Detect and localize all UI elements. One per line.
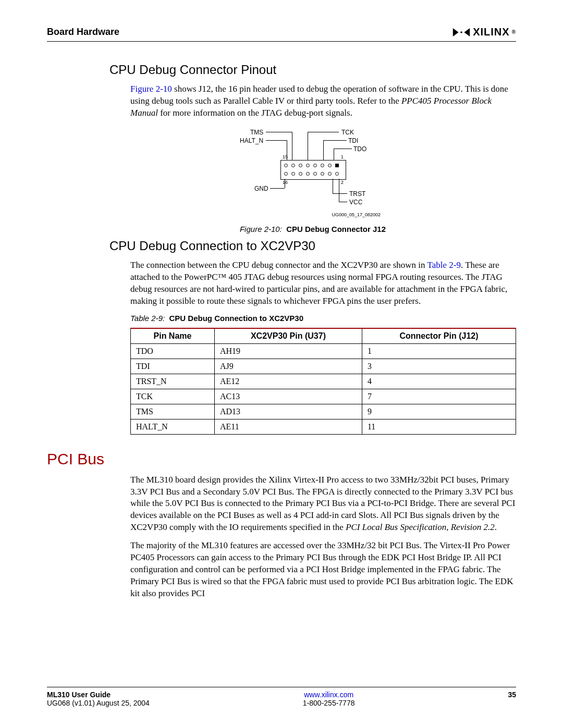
table-cell: TCK <box>131 389 215 404</box>
col-pin-name: Pin Name <box>131 328 215 344</box>
col-xc2vp30-pin: XC2VP30 Pin (U37) <box>214 328 362 344</box>
table-cell: AE12 <box>214 374 362 389</box>
signal-tdo: TDO <box>353 145 366 153</box>
table-row: TDOAH191 <box>131 343 516 359</box>
signal-gnd: GND <box>254 185 268 192</box>
table-row: TRST_NAE124 <box>131 374 516 389</box>
table-cell: TDO <box>131 343 215 359</box>
page-footer: ML310 User Guide UG068 (v1.01) August 25… <box>47 687 516 707</box>
xilinx-logo: XILINX® <box>452 26 516 38</box>
paragraph: The ML310 board design provides the Xili… <box>130 474 516 534</box>
signal-tms: TMS <box>250 129 263 136</box>
table-cell: AJ9 <box>214 359 362 374</box>
xilinx-logo-icon <box>452 27 471 38</box>
table-cell: AH19 <box>214 343 362 359</box>
pin-2-label: 2 <box>341 180 344 185</box>
heading-cpu-debug-pinout: CPU Debug Connector Pinout <box>109 63 516 77</box>
footer-phone: 1-800-255-7778 <box>303 699 355 707</box>
paragraph: Figure 2-10 shows J12, the 16 pin header… <box>130 83 516 119</box>
diagram-id: UG000_05_17_082002 <box>332 212 381 217</box>
table-cell: 11 <box>362 419 516 434</box>
table-cell: AD13 <box>214 404 362 419</box>
connector-box <box>280 160 346 180</box>
cpu-debug-table: Pin Name XC2VP30 Pin (U37) Connector Pin… <box>130 328 516 435</box>
table-cell: TMS <box>131 404 215 419</box>
signal-tdi: TDI <box>348 137 358 144</box>
table-caption: Table 2-9: CPU Debug Connection to XC2VP… <box>130 314 516 323</box>
table-row: TCKAC137 <box>131 389 516 404</box>
col-connector-pin: Connector Pin (J12) <box>362 328 516 344</box>
table-cell: HALT_N <box>131 419 215 434</box>
signal-vcc: VCC <box>349 199 362 206</box>
paragraph: The connection between the CPU debug con… <box>130 260 516 307</box>
svg-point-0 <box>460 31 462 33</box>
signal-trst: TRST <box>349 190 365 198</box>
heading-pci-bus: PCI Bus <box>47 450 516 468</box>
heading-cpu-debug-connection: CPU Debug Connection to XC2VP30 <box>109 239 516 253</box>
table-cell: TRST_N <box>131 374 215 389</box>
table-cell: 7 <box>362 389 516 404</box>
figure-caption: Figure 2-10: CPU Debug Connector J12 <box>109 225 516 233</box>
figure-cpu-debug-connector: TMS HALT_N TCK TDI TDO 15 1 <box>109 129 516 233</box>
paragraph: The majority of the ML310 features are a… <box>130 540 516 600</box>
footer-version: UG068 (v1.01) August 25, 2004 <box>47 699 150 707</box>
table-cell: TDI <box>131 359 215 374</box>
table-cell: 3 <box>362 359 516 374</box>
table-cell: 4 <box>362 374 516 389</box>
table-cell: AE11 <box>214 419 362 434</box>
table-cell: 1 <box>362 343 516 359</box>
pin-1-label: 1 <box>341 154 344 159</box>
table-row: TDIAJ93 <box>131 359 516 374</box>
figure-link[interactable]: Figure 2-10 <box>130 84 172 94</box>
signal-tck: TCK <box>341 129 354 136</box>
pin-15-label: 15 <box>283 154 288 159</box>
footer-title: ML310 User Guide <box>47 690 150 699</box>
page-header: Board Hardware XILINX® <box>47 26 516 42</box>
signal-haltn: HALT_N <box>240 137 263 144</box>
table-cell: AC13 <box>214 389 362 404</box>
table-row: TMSAD139 <box>131 404 516 419</box>
pin-16-label: 16 <box>283 180 288 185</box>
table-link[interactable]: Table 2-9 <box>427 260 461 270</box>
table-row: HALT_NAE1111 <box>131 419 516 434</box>
section-name: Board Hardware <box>47 27 119 38</box>
table-cell: 9 <box>362 404 516 419</box>
page-number: 35 <box>508 690 516 699</box>
footer-url[interactable]: www.xilinx.com <box>303 690 355 699</box>
